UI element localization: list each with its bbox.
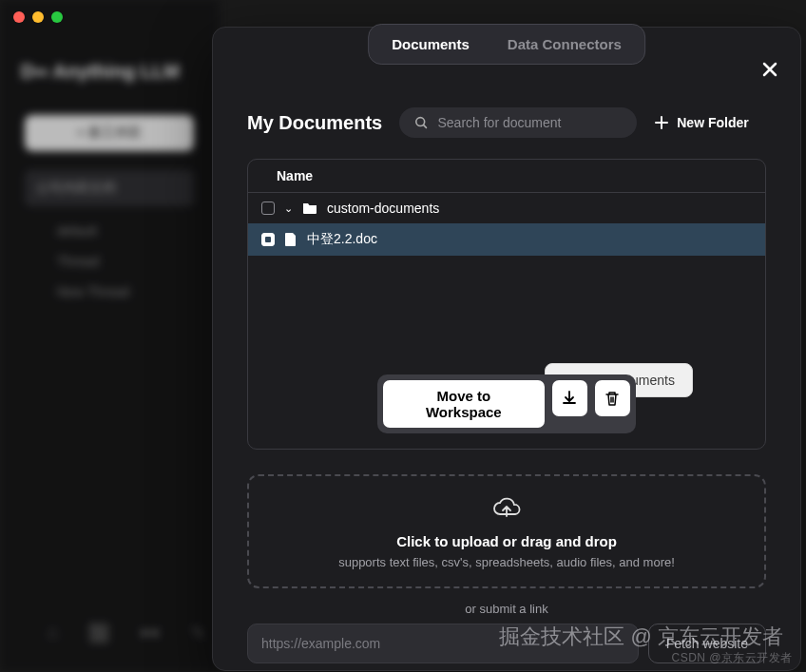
move-to-workspace-button[interactable]: Move to Workspace [383, 380, 545, 428]
search-input[interactable] [437, 115, 622, 130]
thread-item[interactable]: Thread [0, 246, 219, 277]
new-workspace-button[interactable]: + 新工作区 [25, 115, 194, 151]
tab-documents[interactable]: Documents [373, 29, 489, 60]
footer-icon[interactable]: ⌂ [48, 623, 58, 643]
footer-icon[interactable]: ●● [140, 623, 161, 643]
upload-subtitle: supports text files, csv's, spreadsheets… [268, 555, 745, 569]
file-name: 中登2.2.doc [307, 231, 377, 248]
documents-modal: Documents Data Connectors My Documents N… [212, 27, 801, 671]
row-checkbox[interactable] [261, 202, 275, 215]
search-icon [414, 115, 428, 130]
plus-icon [654, 115, 669, 130]
action-bar: Move to Workspace [377, 374, 636, 433]
folder-name: custom-documents [327, 201, 439, 216]
chevron-down-icon[interactable]: ⌄ [284, 202, 293, 215]
footer-icon[interactable]: ✎ [191, 623, 205, 643]
new-folder-label: New Folder [677, 115, 748, 130]
footer-icon[interactable]: ⬛ [88, 623, 109, 643]
file-icon [284, 232, 297, 247]
table-row[interactable]: 中登2.2.doc [248, 223, 765, 256]
sidebar: D∞ Anything LLM + 新工作区 公司内部文档 default Th… [0, 0, 219, 672]
upload-title: Click to upload or drag and drop [268, 533, 745, 549]
cloud-upload-icon [492, 497, 521, 520]
close-icon[interactable] [760, 60, 779, 83]
url-input[interactable] [247, 624, 639, 663]
column-header-name: Name [248, 160, 765, 193]
thread-item[interactable]: default [0, 216, 219, 246]
row-checkbox[interactable] [261, 233, 275, 246]
folder-icon [302, 202, 317, 215]
tab-data-connectors[interactable]: Data Connectors [489, 29, 641, 60]
page-title: My Documents [247, 112, 382, 134]
fetch-website-button[interactable]: Fetch website [648, 624, 766, 663]
upload-dropzone[interactable]: Click to upload or drag and drop support… [247, 474, 766, 588]
table-row[interactable]: ⌄ custom-documents [248, 193, 765, 223]
workspace-item[interactable]: 公司内部文档 [25, 170, 194, 206]
search-box[interactable] [399, 107, 637, 138]
download-button[interactable] [552, 380, 587, 416]
maximize-window-icon[interactable] [51, 11, 63, 23]
download-icon [561, 390, 578, 407]
minimize-window-icon[interactable] [32, 11, 44, 23]
trash-icon [604, 390, 621, 407]
new-folder-button[interactable]: New Folder [654, 115, 748, 130]
thread-item[interactable]: New Thread [0, 277, 219, 307]
window-controls [13, 11, 63, 23]
documents-table: Name ⌄ custom-documents 中登2.2.doc custom… [247, 159, 766, 450]
delete-button[interactable] [595, 380, 630, 416]
brand-title: D∞ Anything LLM [0, 48, 219, 96]
submit-link-label: or submit a link [247, 602, 766, 616]
close-window-icon[interactable] [13, 11, 25, 23]
tabs: Documents Data Connectors [368, 24, 645, 65]
